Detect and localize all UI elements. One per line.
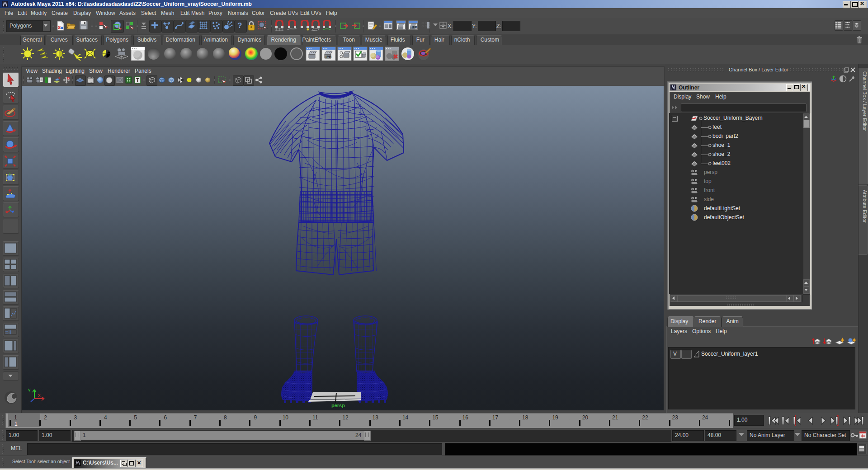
svg-text:IPR: IPR: [412, 26, 417, 29]
svg-text:IPR: IPR: [326, 55, 332, 59]
svg-text:x: x: [38, 392, 41, 398]
svg-text:y: y: [28, 387, 31, 392]
svg-text:T: T: [136, 77, 139, 83]
